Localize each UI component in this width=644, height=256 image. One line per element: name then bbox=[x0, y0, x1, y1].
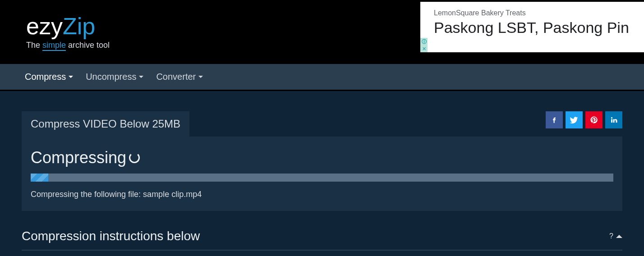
tagline-simple: simple bbox=[42, 41, 66, 51]
chevron-down-icon bbox=[69, 76, 73, 78]
tagline-suffix: archive tool bbox=[66, 41, 110, 50]
nav-compress[interactable]: Compress bbox=[25, 72, 73, 82]
compressing-title: Compressing bbox=[31, 148, 613, 167]
nav-compress-label: Compress bbox=[25, 72, 66, 82]
tab-title: Compress VIDEO Below 25MB bbox=[31, 118, 180, 130]
tab-header[interactable]: Compress VIDEO Below 25MB bbox=[22, 111, 189, 137]
help-icon: ? bbox=[609, 232, 613, 240]
social-buttons bbox=[546, 111, 622, 128]
logo-container[interactable]: ezyZip The simple archive tool bbox=[26, 14, 110, 50]
chevron-up-icon bbox=[616, 235, 622, 238]
progress-bar bbox=[31, 174, 613, 182]
nav-uncompress-label: Uncompress bbox=[86, 72, 136, 82]
compressing-label: Compressing bbox=[31, 148, 126, 167]
facebook-button[interactable] bbox=[546, 111, 563, 128]
instructions-row[interactable]: Compression instructions below ? bbox=[22, 229, 622, 251]
ad-info-icon[interactable]: ⓘ bbox=[420, 38, 428, 45]
logo-text-zip: Zip bbox=[63, 13, 95, 39]
facebook-icon bbox=[550, 116, 558, 124]
tagline-prefix: The bbox=[26, 41, 42, 50]
nav-uncompress[interactable]: Uncompress bbox=[86, 72, 143, 82]
ad-badge[interactable]: ⓘ ✕ bbox=[420, 38, 428, 52]
ad-banner[interactable]: ⓘ ✕ LemonSquare Bakery Treats Paskong LS… bbox=[420, 2, 644, 52]
pinterest-icon bbox=[590, 116, 598, 124]
twitter-icon bbox=[570, 115, 579, 124]
progress-fill bbox=[31, 174, 48, 182]
navbar: Compress Uncompress Converter bbox=[0, 64, 644, 91]
app-header: ezyZip The simple archive tool ⓘ ✕ Lemon… bbox=[0, 0, 644, 64]
logo: ezyZip bbox=[26, 14, 110, 38]
ad-subtitle: LemonSquare Bakery Treats bbox=[434, 9, 644, 17]
tagline: The simple archive tool bbox=[26, 41, 110, 50]
ad-title: Paskong LSBT, Paskong Pin bbox=[434, 19, 644, 37]
linkedin-button[interactable] bbox=[605, 111, 622, 128]
content-top-row: Compress VIDEO Below 25MB bbox=[22, 111, 622, 137]
instructions-toggle[interactable]: ? bbox=[609, 232, 622, 240]
ad-close-icon[interactable]: ✕ bbox=[420, 45, 428, 52]
progress-panel: Compressing Compressing the following fi… bbox=[22, 137, 622, 211]
chevron-down-icon bbox=[198, 76, 203, 78]
linkedin-icon bbox=[610, 116, 618, 124]
main-content: Compress VIDEO Below 25MB Compressing Co… bbox=[0, 91, 644, 251]
instructions-title: Compression instructions below bbox=[22, 229, 200, 243]
pinterest-button[interactable] bbox=[585, 111, 603, 128]
chevron-down-icon bbox=[139, 76, 143, 78]
twitter-button[interactable] bbox=[566, 111, 583, 128]
nav-converter-label: Converter bbox=[156, 72, 196, 82]
progress-status: Compressing the following file: sample c… bbox=[31, 190, 613, 199]
spinner-icon bbox=[129, 152, 140, 163]
logo-text-ezy: ezy bbox=[26, 13, 63, 39]
nav-converter[interactable]: Converter bbox=[156, 72, 203, 82]
